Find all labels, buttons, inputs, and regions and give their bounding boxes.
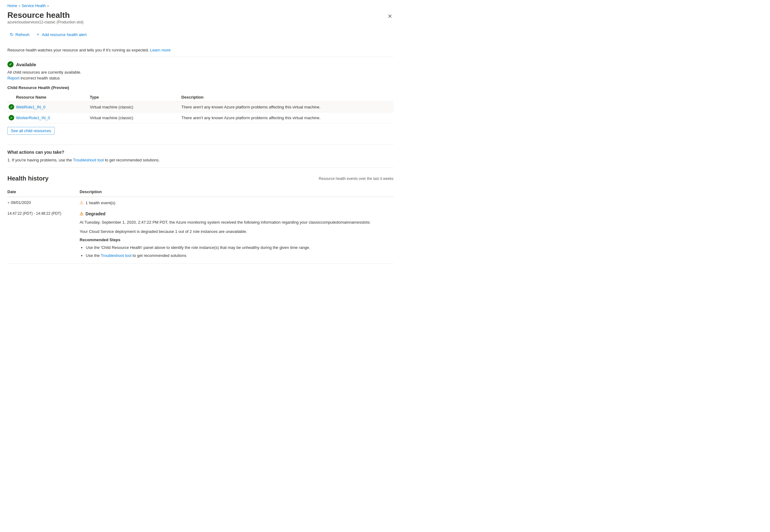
breadcrumb-sep2: >: [47, 4, 49, 8]
table-row: ✓ WorkerRole1_IN_0 Virtual machine (clas…: [7, 112, 393, 123]
row-status-icon: ✓: [9, 104, 14, 110]
troubleshoot-tool-link-history[interactable]: Troubleshoot tool: [101, 253, 132, 258]
col-type-label: Type: [90, 95, 99, 99]
refresh-label: Refresh: [15, 32, 30, 37]
row-status-icon: ✓: [9, 115, 14, 120]
recommended-item: Use the 'Child Resource Health' panel ab…: [86, 245, 390, 251]
actions-section: What actions can you take? 1. If you're …: [7, 150, 393, 162]
detail-content-cell: ⚠ Degraded At Tuesday, September 1, 2020…: [79, 208, 393, 264]
child-resource-section: Child Resource Health (Preview) Resource…: [7, 85, 393, 140]
history-date-row: ∨ 09/01/2020 ⚠ 1 health event(s): [7, 197, 393, 208]
breadcrumb-service-health[interactable]: Service Health: [22, 4, 46, 8]
add-alert-button[interactable]: ＋ Add resource health alert: [33, 30, 89, 39]
detail-text-1: At Tuesday, September 1, 2020, 2:47:22 P…: [79, 219, 390, 225]
degraded-label: Degraded: [85, 211, 105, 216]
history-date-cell: ∨ 09/01/2020: [7, 197, 79, 208]
resource-table: Resource Name Type Description ✓ WebRole…: [7, 93, 393, 123]
toolbar: ↻ Refresh ＋ Add resource health alert: [7, 30, 393, 43]
refresh-icon: ↻: [10, 32, 14, 37]
resource-desc-cell: There aren't any known Azure platform pr…: [181, 112, 393, 123]
health-history-subtitle: Resource health events over the last 4 w…: [319, 177, 393, 181]
actions-title: What actions can you take?: [7, 150, 393, 155]
report-row: Report incorrect health status: [7, 76, 393, 80]
page-subtitle: azurecloudservices12-classic (Production…: [7, 20, 83, 24]
page-header: Resource health azurecloudservices12-cla…: [7, 10, 393, 29]
report-suffix: incorrect health status: [19, 76, 60, 80]
detail-text-2: Your Cloud Service deployment is degrade…: [79, 229, 390, 235]
add-alert-label: Add resource health alert: [42, 32, 87, 37]
actions-item-1: 1. If you're having problems, use the Tr…: [7, 158, 393, 162]
history-detail-row: 14:47:22 (PDT) - 14:48:22 (PDT) ⚠ Degrad…: [7, 208, 393, 264]
chevron-down-icon: ∨: [7, 201, 10, 204]
status-label: Available: [16, 62, 36, 67]
history-table-header-row: Date Description: [7, 187, 393, 197]
page-container: Home > Service Health > Resource health …: [0, 0, 401, 276]
child-resource-title: Child Resource Health (Preview): [7, 85, 393, 90]
resource-name-cell: ✓ WorkerRole1_IN_0: [7, 112, 90, 123]
resource-desc-cell: There aren't any known Azure platform pr…: [181, 102, 393, 112]
recommended-item: Use the Troubleshoot tool to get recomme…: [86, 253, 390, 259]
status-section: ✓ Available All child resources are curr…: [7, 61, 393, 80]
degraded-warning-icon: ⚠: [79, 211, 83, 216]
history-date-value: 09/01/2020: [11, 200, 31, 205]
actions-item-prefix: 1. If you're having problems, use the: [7, 158, 73, 162]
health-history-section: Health history Resource health events ov…: [7, 175, 393, 264]
add-icon: ＋: [36, 32, 40, 37]
warning-triangle-icon: ⚠: [79, 200, 83, 205]
learn-more-link[interactable]: Learn more: [150, 48, 170, 52]
recommended-steps-title: Recommended Steps: [79, 238, 390, 242]
section-divider-1: [7, 144, 393, 145]
col-resource-name-label: Resource Name: [16, 95, 46, 99]
col-type: Type: [90, 93, 181, 102]
recommended-list: Use the 'Child Resource Health' panel ab…: [79, 245, 390, 258]
history-table: Date Description ∨ 09/01/2020 ⚠ 1 hea: [7, 187, 393, 264]
table-row: ✓ WebRole1_IN_0 Virtual machine (classic…: [7, 102, 393, 112]
breadcrumb-sep1: >: [18, 4, 20, 8]
detail-time-cell: 14:47:22 (PDT) - 14:48:22 (PDT): [7, 208, 79, 264]
history-col-date: Date: [7, 187, 79, 197]
actions-item-suffix: to get recommended solutions.: [104, 158, 160, 162]
section-divider-2: [7, 167, 393, 168]
history-col-date-label: Date: [7, 189, 16, 194]
see-all-child-resources-button[interactable]: See all child resources: [7, 127, 55, 135]
resource-type-cell: Virtual machine (classic): [90, 102, 181, 112]
breadcrumb-home[interactable]: Home: [7, 4, 17, 8]
status-description: All child resources are currently availa…: [7, 70, 393, 75]
resource-type-cell: Virtual machine (classic): [90, 112, 181, 123]
info-bar: Resource health watches your resource an…: [7, 48, 393, 57]
resource-name-link[interactable]: WebRole1_IN_0: [16, 105, 45, 109]
resource-name-link[interactable]: WorkerRole1_IN_0: [16, 116, 50, 120]
status-available-icon: ✓: [7, 61, 14, 67]
close-button[interactable]: ✕: [386, 12, 393, 21]
history-event-count-cell: ⚠ 1 health event(s): [79, 197, 393, 208]
health-history-title: Health history: [7, 175, 48, 182]
title-area: Resource health azurecloudservices12-cla…: [7, 10, 83, 29]
resource-table-header-row: Resource Name Type Description: [7, 93, 393, 102]
resource-name-cell: ✓ WebRole1_IN_0: [7, 102, 90, 112]
history-col-description: Description: [79, 187, 393, 197]
col-description: Description: [181, 93, 393, 102]
report-link[interactable]: Report: [7, 76, 19, 80]
refresh-button[interactable]: ↻ Refresh: [7, 30, 32, 39]
col-description-label: Description: [181, 95, 204, 99]
breadcrumb: Home > Service Health >: [7, 4, 393, 8]
col-resource-name: Resource Name: [7, 93, 90, 102]
event-count-value: 1 health event(s): [85, 201, 115, 205]
troubleshoot-tool-link[interactable]: Troubleshoot tool: [73, 158, 104, 162]
status-available: ✓ Available: [7, 61, 393, 67]
history-col-desc-label: Description: [79, 189, 102, 194]
page-title: Resource health: [7, 10, 83, 20]
info-text: Resource health watches your resource an…: [7, 48, 149, 52]
health-history-header: Health history Resource health events ov…: [7, 175, 393, 182]
